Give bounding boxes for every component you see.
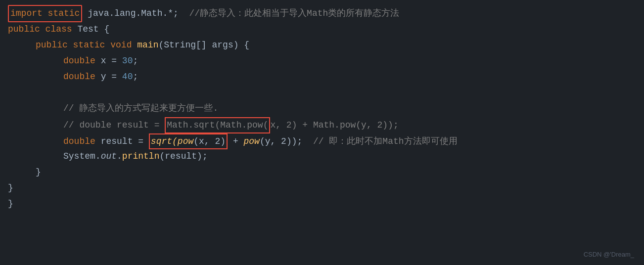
- code-line-9: double result = sqrt(pow(x, 2) + pow(y, …: [8, 133, 636, 150]
- code-line-8: // double result = Math.sqrt(Math.pow(x,…: [8, 117, 636, 133]
- code-line-13: }: [8, 197, 636, 213]
- import-static-highlight: import static: [8, 5, 82, 22]
- code-line-11: }: [8, 165, 636, 181]
- code-line-6: [8, 86, 636, 101]
- sqrt-pow-highlight: sqrt(pow(x, 2): [149, 133, 228, 150]
- code-line-7: // 静态导入的方式写起来更方便一些.: [8, 101, 636, 117]
- code-editor: import static java.lang.Math.*; //静态导入：此…: [0, 0, 644, 265]
- code-line-1: import static java.lang.Math.*; //静态导入：此…: [8, 5, 636, 22]
- code-line-12: }: [8, 181, 636, 197]
- code-line-10: System.out.println(result);: [8, 149, 636, 165]
- code-line-5: double y = 40;: [8, 70, 636, 86]
- code-line-2: public class Test {: [8, 22, 636, 38]
- math-sqrt-highlight: Math.sqrt(Math.pow(: [165, 117, 270, 133]
- watermark: CSDN @'Dream_: [584, 250, 634, 260]
- code-line-4: double x = 30;: [8, 54, 636, 70]
- code-line-3: public static void main(String[] args) {: [8, 38, 636, 54]
